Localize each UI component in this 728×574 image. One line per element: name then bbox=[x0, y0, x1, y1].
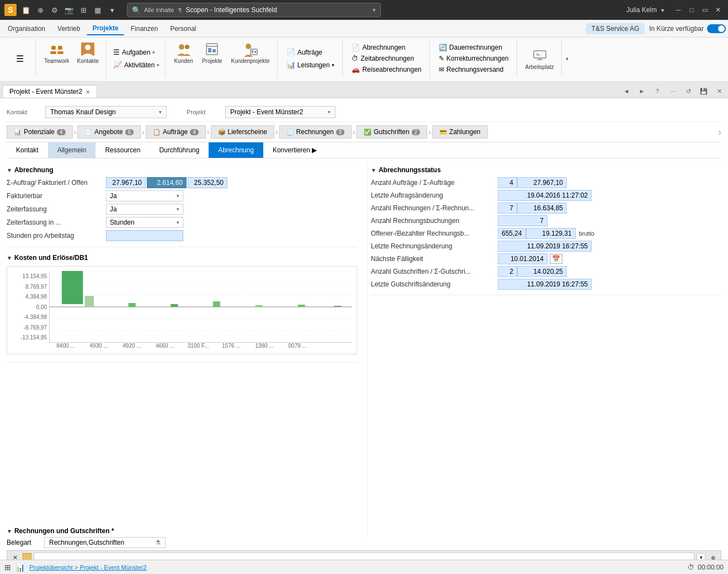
svg-rect-27 bbox=[85, 296, 94, 307]
camera-icon[interactable]: 📷 bbox=[63, 4, 75, 16]
auftraege-ribbon-button[interactable]: 📄 Aufträge bbox=[283, 47, 338, 57]
zeiterfassung-in-select[interactable]: Stunden ▾ bbox=[106, 217, 183, 228]
tab-allgemein[interactable]: Allgemein bbox=[48, 142, 96, 158]
teamwork-button[interactable]: Teamwork bbox=[41, 40, 72, 66]
tab-konvertieren[interactable]: Konvertieren ▶ bbox=[263, 142, 326, 158]
nav-close-button[interactable]: ✕ bbox=[713, 84, 726, 98]
grid-large-icon[interactable]: ▦ bbox=[92, 4, 104, 16]
chevron-down-icon[interactable]: ▾ bbox=[106, 4, 118, 16]
kontakt-select[interactable]: Thomas Knauf Design ▾ bbox=[45, 106, 167, 118]
korrekturrechnungen-button[interactable]: ✎ Korrekturrechnungen bbox=[435, 54, 512, 63]
arbeitsplatz-button[interactable]: Arbeitsplatz bbox=[523, 46, 557, 72]
pipeline-tab-auftraege[interactable]: 📋 Aufträge 4 bbox=[146, 125, 206, 139]
calendar-icon[interactable]: 📅 bbox=[550, 254, 562, 264]
rechnungen-section-title[interactable]: ▼ Rechnungen und Gutschriften * bbox=[7, 527, 114, 535]
toolbar-close-btn[interactable]: ✕ bbox=[9, 552, 20, 560]
maximize-button[interactable]: ▭ bbox=[699, 4, 710, 15]
korrekturrechnungen-label: Korrekturrechnungen bbox=[447, 55, 509, 62]
tab-ressourcen[interactable]: Ressourcen bbox=[95, 142, 150, 158]
circle-plus-icon[interactable]: ⊕ bbox=[34, 4, 46, 16]
tab-kontakt[interactable]: Kontakt bbox=[7, 142, 48, 158]
search-bar[interactable]: 🔍 Alle Inhalte ⚗ ▾ bbox=[127, 3, 381, 17]
projekt-select[interactable]: Projekt - Event Münster2 ▾ bbox=[225, 106, 336, 118]
gear-icon[interactable]: ⚙ bbox=[49, 4, 61, 16]
doc-tab-close-button[interactable]: ✕ bbox=[86, 89, 90, 95]
clipboard-icon[interactable]: 📋 bbox=[20, 4, 32, 16]
dauerrechnungen-label: Dauerrechnungen bbox=[449, 44, 502, 51]
menu-personal[interactable]: Personal bbox=[164, 23, 201, 35]
pipeline-tab-angebote[interactable]: 📄 Angebote 6 bbox=[77, 125, 141, 139]
nav-help-button[interactable]: ? bbox=[651, 84, 664, 98]
side-panel-button[interactable]: ☰ bbox=[8, 49, 32, 68]
y-label-2: 8.769,97 bbox=[25, 284, 47, 290]
pipeline-tab-rechnungen[interactable]: 🧾 Rechnungen 8 bbox=[279, 125, 352, 139]
leistungen-button[interactable]: 📊 Leistungen ▾ bbox=[283, 60, 338, 70]
nav-save-button[interactable]: 💾 bbox=[697, 84, 710, 98]
pipeline-tabs: 📊 Potenziale 4 › 📄 Angebote 6 › 📋 Aufträ… bbox=[7, 122, 721, 142]
letzte-rechnung-label: Letzte Rechnungsänderung bbox=[371, 242, 498, 250]
rechnungsversand-button[interactable]: ✉ Rechnungsversand bbox=[435, 65, 512, 75]
menu-projekte[interactable]: Projekte bbox=[87, 22, 124, 35]
abrechnung-section-header[interactable]: ▼ Abrechnung bbox=[7, 166, 357, 174]
letzte-gutschrift-row: Letzte Gutschriftsänderung 11.09.2019 16… bbox=[371, 279, 721, 290]
user-dropdown-icon[interactable]: ▾ bbox=[661, 7, 664, 13]
zeiterfassung-select[interactable]: Ja ▾ bbox=[106, 204, 183, 215]
pipeline-tab-gutschriften[interactable]: ✅ Gutschriften 2 bbox=[357, 125, 427, 139]
pipeline-tab-zahlungen[interactable]: 💳 Zahlungen bbox=[432, 125, 488, 139]
nav-back-button[interactable]: ◄ bbox=[620, 84, 633, 98]
reiseabrechnungen-button[interactable]: 🚗 Reiseabrechnungen bbox=[348, 65, 424, 75]
user-name[interactable]: Julia Kelm bbox=[626, 6, 657, 14]
korrekturrechnungen-icon: ✎ bbox=[439, 55, 444, 62]
section-tabs: Kontakt Allgemein Ressourcen Durchführun… bbox=[7, 142, 721, 158]
abrechnungsstatus-header[interactable]: ▼ Abrechnungsstatus bbox=[371, 166, 721, 174]
belegart-select[interactable]: Rechnungen,Gutschriften ⚗ bbox=[44, 537, 166, 548]
search-dropdown-icon[interactable]: ▾ bbox=[373, 7, 376, 14]
doc-tab-event[interactable]: Projekt - Event Münster2 ✕ bbox=[2, 85, 97, 98]
belegart-value: Rechnungen,Gutschriften bbox=[49, 539, 124, 546]
menu-finanzen[interactable]: Finanzen bbox=[125, 23, 163, 35]
left-column: ▼ Abrechnung Σ-Auftrag/ Fakturiert / Off… bbox=[7, 163, 360, 538]
menu-organisation[interactable]: Organisation bbox=[2, 23, 51, 35]
toolbar-dropdown-btn[interactable]: ▾ bbox=[697, 553, 705, 560]
toolbar-color-btn[interactable] bbox=[23, 553, 31, 560]
aktivitaeten-button[interactable]: 📈 Aktivitäten ▾ bbox=[111, 60, 162, 70]
minimize-button[interactable]: ─ bbox=[673, 4, 684, 15]
dauerrechnungen-button[interactable]: 🔄 Dauerrechnungen bbox=[435, 42, 512, 52]
kunden-icon bbox=[176, 41, 192, 57]
kosten-section-header[interactable]: ▼ Kosten und Erlöse/DB1 bbox=[7, 254, 357, 262]
pipeline-tab-potenziale[interactable]: 📊 Potenziale 4 bbox=[7, 125, 73, 139]
tab-durchfuehrung[interactable]: Durchführung bbox=[150, 142, 209, 158]
zeiterfassung-in-label: Zeiterfassung in ... bbox=[7, 219, 106, 226]
anzahl-auftraege-label: Anzahl Aufträge / Σ-Aufträge bbox=[371, 179, 498, 187]
app-logo: S bbox=[4, 4, 17, 16]
pipeline-tab-lieferscheine[interactable]: 📦 Lieferscheine bbox=[211, 125, 274, 139]
gutschriften-count: 2 bbox=[412, 129, 421, 135]
toolbar-input[interactable] bbox=[34, 552, 694, 560]
restore-button[interactable]: □ bbox=[686, 4, 697, 15]
menu-vertrieb[interactable]: Vertrieb bbox=[52, 23, 86, 35]
nav-more-button[interactable]: ··· bbox=[666, 84, 679, 98]
nav-refresh-button[interactable]: ↺ bbox=[682, 84, 695, 98]
projekte-button[interactable]: Projekte bbox=[199, 40, 225, 66]
search-input[interactable] bbox=[185, 6, 369, 14]
close-button[interactable]: ✕ bbox=[713, 4, 724, 15]
aktivitaeten-icon: 📈 bbox=[113, 61, 122, 69]
ribbon-more-button[interactable]: ▾ bbox=[563, 40, 572, 77]
fakturierbar-select[interactable]: Ja ▾ bbox=[106, 190, 183, 201]
toolbar-add-col-btn[interactable]: ⊕ bbox=[708, 553, 719, 560]
abrechnungen-button[interactable]: 📄 Abrechnungen bbox=[348, 42, 424, 52]
breadcrumb[interactable]: Projektübersicht > Projekt - Event Münst… bbox=[29, 564, 146, 571]
kontakte-button[interactable]: Kontakte bbox=[75, 40, 102, 66]
kundenprojekte-button[interactable]: Kundenprojekte bbox=[229, 40, 273, 66]
stunden-value[interactable] bbox=[106, 230, 183, 241]
grid-small-icon[interactable]: ⊞ bbox=[77, 4, 89, 16]
available-toggle[interactable] bbox=[707, 24, 726, 33]
abrechnungsstatus-section: ▼ Abrechnungsstatus Anzahl Aufträge / Σ-… bbox=[371, 163, 721, 295]
pipeline-scroll-icon[interactable]: › bbox=[718, 126, 721, 138]
stunden-row: Stunden pro Arbeitstag bbox=[7, 230, 357, 241]
aufgaben-button[interactable]: ☰ Aufgaben ▾ bbox=[111, 47, 162, 57]
nav-forward-button[interactable]: ► bbox=[635, 84, 649, 98]
zeitabrechnungen-button[interactable]: ⏱ Zeitabrechnungen bbox=[348, 54, 424, 63]
tab-abrechnung[interactable]: Abrechnung bbox=[209, 142, 263, 158]
kunden-button[interactable]: Kunden bbox=[171, 40, 195, 66]
